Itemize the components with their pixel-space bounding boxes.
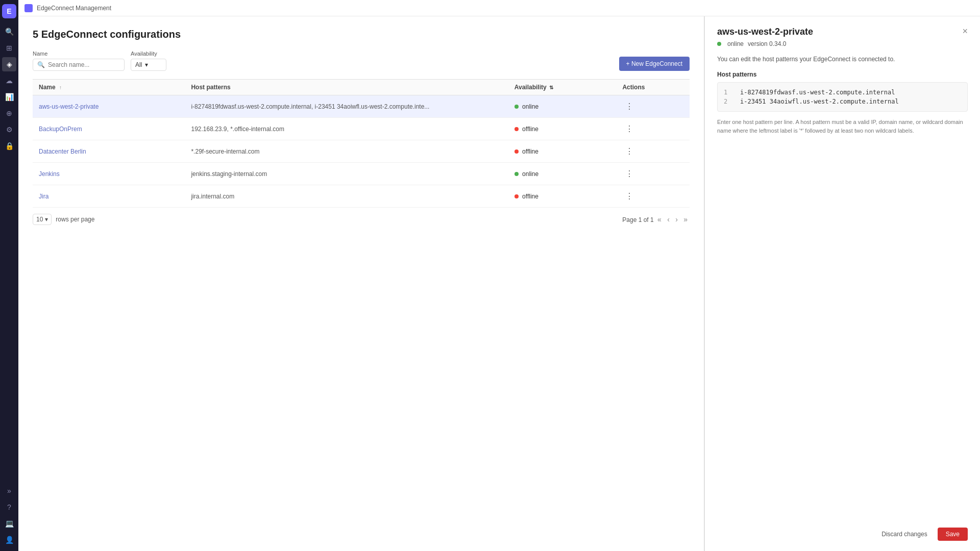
detail-panel: aws-us-west-2-private × online version 0… (704, 16, 980, 551)
col-header-actions: Actions (616, 80, 690, 95)
cell-host-patterns-4: jira.internal.com (185, 185, 508, 208)
status-text-4: offline (522, 193, 538, 200)
name-filter-label: Name (33, 51, 125, 57)
per-page-value: 10 (36, 216, 43, 223)
actions-menu-button-1[interactable]: ⋮ (622, 123, 636, 135)
pagination-row: 10 ▾ rows per page Page 1 of 1 « ‹ › » (33, 214, 690, 225)
new-edgeconnect-button[interactable]: + New EdgeConnect (619, 57, 690, 71)
sidebar-icon-grid[interactable]: ⊞ (2, 41, 16, 55)
availability-sort-icon: ⇅ (549, 85, 553, 90)
cell-name-3: Jenkins (33, 163, 185, 185)
cell-host-patterns-2: *.29f-secure-internal.com (185, 140, 508, 163)
detail-close-button[interactable]: × (962, 27, 968, 36)
sidebar-icon-lock[interactable]: 🔒 (2, 139, 16, 153)
cell-availability-0: online (508, 95, 617, 118)
status-dot-3 (514, 172, 519, 176)
cell-availability-4: offline (508, 185, 617, 208)
per-page-select[interactable]: 10 ▾ (33, 214, 52, 225)
content-panel: 5 EdgeConnect configurations Name 🔍 Avai… (18, 16, 704, 551)
cell-name-4: Jira (33, 185, 185, 208)
sidebar-icon-reports[interactable]: 📊 (2, 90, 16, 104)
cell-actions-4: ⋮ (616, 185, 690, 208)
col-header-availability[interactable]: Availability ⇅ (508, 80, 617, 95)
cell-actions-3: ⋮ (616, 163, 690, 185)
chevron-down-icon: ▾ (145, 61, 148, 68)
sidebar-icon-network[interactable]: ◈ (2, 57, 16, 71)
detail-status-text: online (727, 40, 744, 47)
cell-actions-1: ⋮ (616, 118, 690, 140)
save-button[interactable]: Save (938, 528, 968, 541)
detail-version: version 0.34.0 (748, 40, 786, 47)
status-dot-4 (514, 194, 519, 198)
actions-menu-button-4[interactable]: ⋮ (622, 190, 636, 202)
prev-page-button[interactable]: ‹ (665, 214, 672, 224)
sidebar-icon-user[interactable]: 👤 (2, 533, 16, 547)
name-filter-group: Name 🔍 (33, 51, 125, 71)
sidebar-icon-help[interactable]: ? (2, 500, 16, 514)
page-title: 5 EdgeConnect configurations (33, 29, 690, 40)
table-row[interactable]: Datacenter Berlin *.29f-secure-internal.… (33, 140, 690, 163)
cell-name-2: Datacenter Berlin (33, 140, 185, 163)
status-text-3: online (522, 170, 538, 178)
configurations-table: Name ↑ Host patterns Availability ⇅ Acti… (33, 79, 690, 208)
status-text-2: offline (522, 148, 538, 155)
table-row[interactable]: Jenkins jenkins.staging-internal.com onl… (33, 163, 690, 185)
filters-row: Name 🔍 Availability All ▾ + New EdgeConn… (33, 51, 690, 71)
status-dot-1 (514, 127, 519, 131)
cell-host-patterns-3: jenkins.staging-internal.com (185, 163, 508, 185)
title-bar: EdgeConnect Management (18, 0, 980, 16)
cell-host-patterns-0: i-8274819fdwasf.us-west-2.compute.intern… (185, 95, 508, 118)
status-text-1: offline (522, 126, 538, 133)
search-input[interactable] (48, 61, 120, 68)
host-patterns-hint: Enter one host pattern per line. A host … (717, 118, 968, 135)
first-page-button[interactable]: « (655, 214, 664, 224)
host-patterns-box[interactable]: 1 i-8274819fdwasf.us-west-2.compute.inte… (717, 82, 968, 112)
actions-menu-button-2[interactable]: ⋮ (622, 145, 636, 157)
table-row[interactable]: BackupOnPrem 192.168.23.9, *.office-inte… (33, 118, 690, 140)
sidebar-icon-shield[interactable]: ⊕ (2, 106, 16, 120)
detail-title: aws-us-west-2-private (717, 27, 813, 37)
sidebar-icon-cloud[interactable]: ☁ (2, 73, 16, 88)
per-page-chevron: ▾ (45, 216, 48, 223)
cell-actions-2: ⋮ (616, 140, 690, 163)
search-box[interactable]: 🔍 (33, 59, 125, 71)
main-area: 5 EdgeConnect configurations Name 🔍 Avai… (18, 16, 980, 551)
last-page-button[interactable]: » (681, 214, 690, 224)
detail-status-row: online version 0.34.0 (717, 40, 968, 47)
discard-changes-button[interactable]: Discard changes (875, 528, 933, 541)
cell-availability-2: offline (508, 140, 617, 163)
table-row[interactable]: Jira jira.internal.com offline ⋮ (33, 185, 690, 208)
app-title: EdgeConnect Management (37, 5, 111, 12)
host-pattern-line-2: 2 i-23451 34aoiwfl.us-west-2.compute.int… (724, 97, 961, 106)
sidebar: E 🔍 ⊞ ◈ ☁ 📊 ⊕ ⚙ 🔒 » ? 💻 👤 (0, 0, 18, 551)
sidebar-icon-settings[interactable]: ⚙ (2, 122, 16, 137)
cell-name-1: BackupOnPrem (33, 118, 185, 140)
detail-description: You can edit the host patterns your Edge… (717, 56, 968, 63)
page-info: Page 1 of 1 « ‹ › » (622, 214, 690, 224)
availability-select[interactable]: All ▾ (131, 59, 166, 71)
actions-menu-button-0[interactable]: ⋮ (622, 101, 636, 112)
status-dot-2 (514, 149, 519, 154)
cell-actions-0: ⋮ (616, 95, 690, 118)
host-pattern-line-1: 1 i-8274819fdwasf.us-west-2.compute.inte… (724, 88, 961, 97)
availability-filter-group: Availability All ▾ (131, 51, 166, 71)
table-row[interactable]: aws-us-west-2-private i-8274819fdwasf.us… (33, 95, 690, 118)
actions-menu-button-3[interactable]: ⋮ (622, 168, 636, 180)
name-sort-icon: ↑ (59, 85, 62, 90)
sidebar-icon-search[interactable]: 🔍 (2, 24, 16, 39)
sidebar-icon-device[interactable]: 💻 (2, 516, 16, 531)
detail-actions: Discard changes Save (717, 528, 968, 541)
title-logo (24, 4, 33, 12)
app-logo: E (2, 4, 16, 18)
next-page-button[interactable]: › (673, 214, 680, 224)
search-icon: 🔍 (37, 61, 45, 68)
availability-filter-label: Availability (131, 51, 166, 57)
sidebar-icon-expand[interactable]: » (2, 484, 16, 498)
cell-host-patterns-1: 192.168.23.9, *.office-internal.com (185, 118, 508, 140)
col-header-name[interactable]: Name ↑ (33, 80, 185, 95)
status-text-0: online (522, 103, 538, 110)
host-patterns-label: Host patterns (717, 71, 968, 78)
cell-name-0: aws-us-west-2-private (33, 95, 185, 118)
detail-header: aws-us-west-2-private × (717, 27, 968, 37)
detail-status-dot (717, 42, 721, 46)
